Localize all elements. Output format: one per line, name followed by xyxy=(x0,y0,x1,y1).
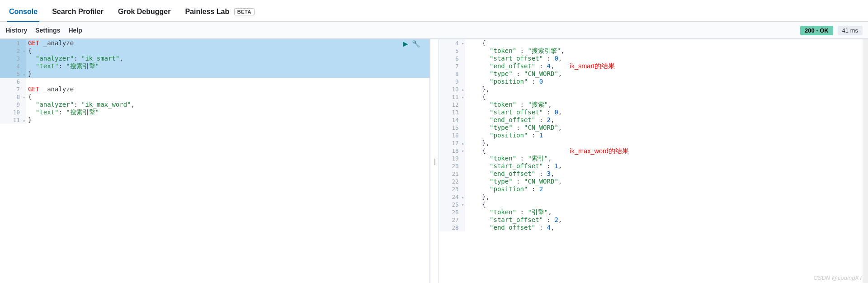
line-number: 16 xyxy=(439,132,465,139)
line-number: 5▴ xyxy=(0,70,26,78)
code-line[interactable]: 25▾ { xyxy=(439,201,868,208)
code-line[interactable]: 9 "position" : 0 xyxy=(439,78,868,85)
code-text: "start_offset" : 1, xyxy=(465,162,868,170)
code-text: "type" : "CN_WORD", xyxy=(465,124,868,132)
response-viewer-pane[interactable]: 4▾ {5 "token" : "搜索引擎",6 "start_offset" … xyxy=(439,39,868,283)
tab-console[interactable]: Console xyxy=(7,3,39,22)
help-link[interactable]: Help xyxy=(68,27,82,34)
code-text: "type" : "CN_WORD", xyxy=(465,178,868,185)
code-line[interactable]: 20 "start_offset" : 1, xyxy=(439,162,868,170)
line-number: 2▾ xyxy=(0,47,26,55)
fold-icon[interactable]: ▾ xyxy=(462,201,464,209)
line-number: 15 xyxy=(439,124,465,132)
status-badge: 200 - OK xyxy=(800,26,833,35)
code-line[interactable]: 6 xyxy=(0,78,429,85)
wrench-icon[interactable]: 🔧 xyxy=(412,40,420,48)
code-line[interactable]: 1GET _analyze xyxy=(0,39,429,47)
code-text: "position" : 0 xyxy=(465,78,868,85)
code-line[interactable]: 23 "position" : 2 xyxy=(439,185,868,193)
code-line[interactable]: 3 "analyzer": "ik_smart", xyxy=(0,55,429,62)
fold-icon[interactable]: ▾ xyxy=(462,94,464,101)
code-text: { xyxy=(465,93,868,101)
code-line[interactable]: 10 "text": "搜索引擎" xyxy=(0,108,429,116)
code-line[interactable]: 21 "end_offset" : 3, xyxy=(439,170,868,178)
fold-icon[interactable]: ▴ xyxy=(23,71,25,78)
code-line[interactable]: 12 "token" : "搜索", xyxy=(439,101,868,108)
code-line[interactable]: 11▴} xyxy=(0,116,429,124)
code-line[interactable]: 26 "token" : "引擎", xyxy=(439,208,868,216)
code-line[interactable]: 9 "analyzer": "ik_max_word", xyxy=(0,101,429,108)
code-line[interactable]: 27 "start_offset" : 2, xyxy=(439,216,868,224)
code-text: }, xyxy=(465,139,868,147)
code-line[interactable]: 11▾ { xyxy=(439,93,868,101)
line-number: 4▾ xyxy=(439,39,465,47)
history-link[interactable]: History xyxy=(5,27,27,34)
code-line[interactable]: 4▾ { xyxy=(439,39,868,47)
code-line[interactable]: 14 "end_offset" : 2, xyxy=(439,116,868,124)
tab-painless-lab[interactable]: Painless Lab BETA xyxy=(183,3,256,22)
pane-splitter[interactable]: || xyxy=(430,39,439,283)
line-number: 10▴ xyxy=(439,85,465,93)
line-number: 6 xyxy=(0,78,26,85)
code-line[interactable]: 17▴ }, xyxy=(439,139,868,147)
fold-icon[interactable]: ▴ xyxy=(462,193,464,201)
run-icon[interactable]: ▶ xyxy=(403,40,408,48)
fold-icon[interactable]: ▾ xyxy=(462,40,464,47)
line-number: 17▴ xyxy=(439,139,465,147)
code-text: GET _analyze xyxy=(26,85,429,93)
code-line[interactable]: 7 "end_offset" : 4, xyxy=(439,62,868,70)
code-line[interactable]: 22 "type" : "CN_WORD", xyxy=(439,178,868,185)
code-line[interactable]: 10▴ }, xyxy=(439,85,868,93)
code-text: "analyzer": "ik_max_word", xyxy=(26,101,429,108)
code-line[interactable]: 6 "start_offset" : 0, xyxy=(439,55,868,62)
request-editor[interactable]: 1GET _analyze2▾{3 "analyzer": "ik_smart"… xyxy=(0,39,429,124)
beta-badge: BETA xyxy=(234,8,255,15)
fold-icon[interactable]: ▴ xyxy=(23,117,25,124)
code-text: "token" : "引擎", xyxy=(465,208,868,216)
line-number: 19 xyxy=(439,155,465,162)
code-text: "start_offset" : 0, xyxy=(465,108,868,116)
line-number: 20 xyxy=(439,162,465,170)
code-line[interactable]: 7GET _analyze xyxy=(0,85,429,93)
code-line[interactable]: 2▾{ xyxy=(0,47,429,55)
code-text: "end_offset" : 4, xyxy=(465,62,868,70)
code-text: { xyxy=(465,39,868,47)
code-line[interactable]: 8▾{ xyxy=(0,93,429,101)
settings-link[interactable]: Settings xyxy=(35,27,60,34)
code-line[interactable]: 19 "token" : "索引", xyxy=(439,155,868,162)
code-line[interactable]: 18▾ { xyxy=(439,147,868,155)
code-line[interactable]: 8 "type" : "CN_WORD", xyxy=(439,70,868,78)
line-number: 3 xyxy=(0,55,26,62)
code-line[interactable]: 24▴ }, xyxy=(439,193,868,201)
line-number: 9 xyxy=(0,101,26,108)
code-line[interactable]: 15 "type" : "CN_WORD", xyxy=(439,124,868,132)
fold-icon[interactable]: ▾ xyxy=(462,147,464,155)
code-text: { xyxy=(465,147,868,155)
tab-grok-debugger[interactable]: Grok Debugger xyxy=(116,3,172,22)
line-number: 12 xyxy=(439,101,465,108)
request-editor-pane[interactable]: 1GET _analyze2▾{3 "analyzer": "ik_smart"… xyxy=(0,39,430,283)
code-line[interactable]: 5 "token" : "搜索引擎", xyxy=(439,47,868,55)
line-number: 27 xyxy=(439,216,465,224)
code-line[interactable]: 4 "text": "搜索引擎" xyxy=(0,62,429,70)
code-line[interactable]: 13 "start_offset" : 0, xyxy=(439,108,868,116)
watermark: CSDN @codingXT xyxy=(813,274,863,281)
fold-icon[interactable]: ▾ xyxy=(23,47,25,55)
code-text: "text": "搜索引擎" xyxy=(26,108,429,116)
code-text: "start_offset" : 2, xyxy=(465,216,868,224)
fold-icon[interactable]: ▴ xyxy=(462,140,464,147)
code-line[interactable]: 5▴} xyxy=(0,70,429,78)
line-number: 6 xyxy=(439,55,465,62)
fold-icon[interactable]: ▾ xyxy=(23,94,25,101)
tab-search-profiler[interactable]: Search Profiler xyxy=(50,3,105,22)
scrollbar[interactable] xyxy=(863,39,868,283)
line-number: 13 xyxy=(439,108,465,116)
fold-icon[interactable]: ▴ xyxy=(462,86,464,94)
code-text: "position" : 2 xyxy=(465,185,868,193)
code-text: "end_offset" : 2, xyxy=(465,116,868,124)
sub-toolbar: History Settings Help 200 - OK 41 ms xyxy=(0,22,868,39)
code-line[interactable]: 28 "end offset" : 4, xyxy=(439,224,868,231)
code-text: } xyxy=(26,70,429,78)
line-number: 18▾ xyxy=(439,147,465,155)
code-line[interactable]: 16 "position" : 1 xyxy=(439,132,868,139)
